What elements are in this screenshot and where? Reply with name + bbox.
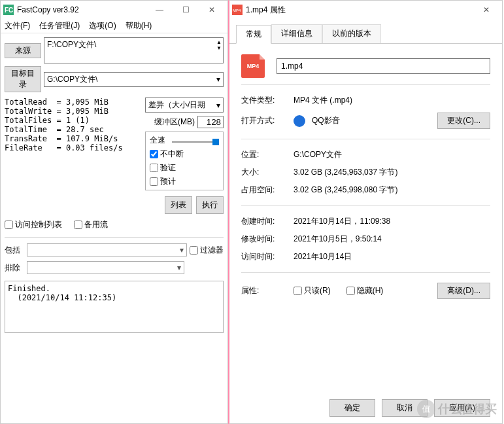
watermark-icon: 值 <box>417 400 435 418</box>
menu-options[interactable]: 选项(O) <box>89 20 116 31</box>
estimate-checkbox[interactable]: 预计 <box>150 176 219 187</box>
speed-slider[interactable] <box>172 141 219 143</box>
filter-checkbox[interactable]: 过滤器 <box>190 245 224 256</box>
openwith-value: QQ影音 <box>312 115 340 126</box>
include-label: 包括 <box>5 245 24 256</box>
menu-task[interactable]: 任务管理(J) <box>39 20 80 31</box>
location-label: 位置: <box>241 149 294 160</box>
close-button[interactable]: ✕ <box>199 1 225 18</box>
include-dropdown[interactable]: ▾ <box>27 243 187 256</box>
altstream-checkbox[interactable]: 备用流 <box>74 219 108 230</box>
watermark-text: 什么值得买 <box>438 401 497 417</box>
fastcopy-window: FC FastCopy ver3.92 — ☐ ✕ 文件(F) 任务管理(J) … <box>0 0 228 424</box>
mode-dropdown[interactable]: 差异（大小/日期▾ <box>145 97 224 113</box>
minimize-button[interactable]: — <box>146 1 173 18</box>
tab-details[interactable]: 详细信息 <box>271 24 322 43</box>
properties-window: MP4 1.mp4 属性 ✕ 常规 详细信息 以前的版本 MP4 文件类型: M… <box>228 0 503 424</box>
mode-label: 差异（大小/日期 <box>148 99 205 111</box>
mp4-file-icon: MP4 <box>232 5 243 15</box>
speed-box: 全速 不中断 验证 预计 <box>145 132 224 190</box>
tab-general[interactable]: 常规 <box>236 25 271 44</box>
source-input[interactable]: F:\COPY文件\ ▲▼ <box>44 37 224 63</box>
updown-icon[interactable]: ▲▼ <box>216 39 222 51</box>
modified-label: 修改时间: <box>241 234 294 245</box>
filename-input[interactable] <box>277 58 490 74</box>
chevron-down-icon: ▾ <box>216 101 220 110</box>
log-output: Finished. (2021/10/14 11:12:35) <box>5 281 224 333</box>
menu-file[interactable]: 文件(F) <box>5 20 30 31</box>
ondisk-label: 占用空间: <box>241 185 294 196</box>
size-label: 大小: <box>241 167 294 178</box>
dest-path: G:\COPY文件\ <box>47 74 97 85</box>
ondisk-value: 3.02 GB (3,245,998,080 字节) <box>294 185 490 196</box>
dest-button[interactable]: 目标目录 <box>5 66 41 92</box>
type-label: 文件类型: <box>241 95 294 106</box>
type-value: MP4 文件 (.mp4) <box>294 95 490 106</box>
properties-tabs: 常规 详细信息 以前的版本 <box>229 19 502 43</box>
list-button[interactable]: 列表 <box>165 196 192 214</box>
properties-titlebar: MP4 1.mp4 属性 ✕ <box>229 1 502 19</box>
source-path: F:\COPY文件\ <box>47 40 96 49</box>
tab-body-general: MP4 文件类型: MP4 文件 (.mp4) 打开方式: QQ影音 更改(C)… <box>229 43 502 393</box>
file-type-icon: MP4 <box>241 54 265 78</box>
created-value: 2021年10月14日，11:09:38 <box>294 216 490 227</box>
ok-button[interactable]: 确定 <box>329 399 375 417</box>
nonstop-checkbox[interactable]: 不中断 <box>150 149 219 160</box>
fastcopy-app-icon: FC <box>3 5 14 15</box>
attributes-label: 属性: <box>241 285 294 296</box>
close-button[interactable]: ✕ <box>473 1 499 18</box>
buffer-label: 缓冲区(MB) <box>154 116 195 128</box>
speed-label: 全速 <box>150 135 165 146</box>
location-value: G:\COPY文件 <box>294 149 490 160</box>
maximize-button[interactable]: ☐ <box>173 1 199 18</box>
acl-checkbox[interactable]: 访问控制列表 <box>5 219 62 230</box>
hidden-checkbox[interactable]: 隐藏(H) <box>346 285 384 296</box>
exclude-dropdown[interactable]: ▾ <box>27 261 184 274</box>
tab-previous[interactable]: 以前的版本 <box>322 24 381 43</box>
execute-button[interactable]: 执行 <box>196 196 224 214</box>
stats-text: TotalRead = 3,095 MiB TotalWrite = 3,095… <box>5 97 141 214</box>
exclude-label: 排除 <box>5 262 24 274</box>
fastcopy-menubar: 文件(F) 任务管理(J) 选项(O) 帮助(H) <box>1 19 227 33</box>
chevron-down-icon: ▾ <box>216 75 220 84</box>
modified-value: 2021年10月5日，9:50:14 <box>294 234 490 245</box>
openwith-label: 打开方式: <box>241 115 294 126</box>
buffer-input[interactable] <box>197 116 224 128</box>
fastcopy-title: FastCopy ver3.92 <box>17 5 146 14</box>
accessed-value: 2021年10月14日 <box>294 251 490 262</box>
fastcopy-titlebar: FC FastCopy ver3.92 — ☐ ✕ <box>1 1 227 19</box>
created-label: 创建时间: <box>241 216 294 227</box>
accessed-label: 访问时间: <box>241 251 294 262</box>
watermark: 值 什么值得买 <box>417 400 497 418</box>
properties-title: 1.mp4 属性 <box>246 5 473 16</box>
dest-dropdown[interactable]: G:\COPY文件\ ▾ <box>44 72 224 87</box>
menu-help[interactable]: 帮助(H) <box>126 20 152 31</box>
change-button[interactable]: 更改(C)... <box>437 113 490 129</box>
advanced-button[interactable]: 高级(D)... <box>437 283 490 299</box>
svg-text:MP4: MP4 <box>233 9 241 12</box>
svg-text:FC: FC <box>5 7 13 14</box>
size-value: 3.02 GB (3,245,963,037 字节) <box>294 167 490 178</box>
source-button[interactable]: 来源 <box>5 43 41 58</box>
verify-checkbox[interactable]: 验证 <box>150 162 219 173</box>
readonly-checkbox[interactable]: 只读(R) <box>294 285 331 296</box>
qqplayer-icon <box>294 115 305 127</box>
